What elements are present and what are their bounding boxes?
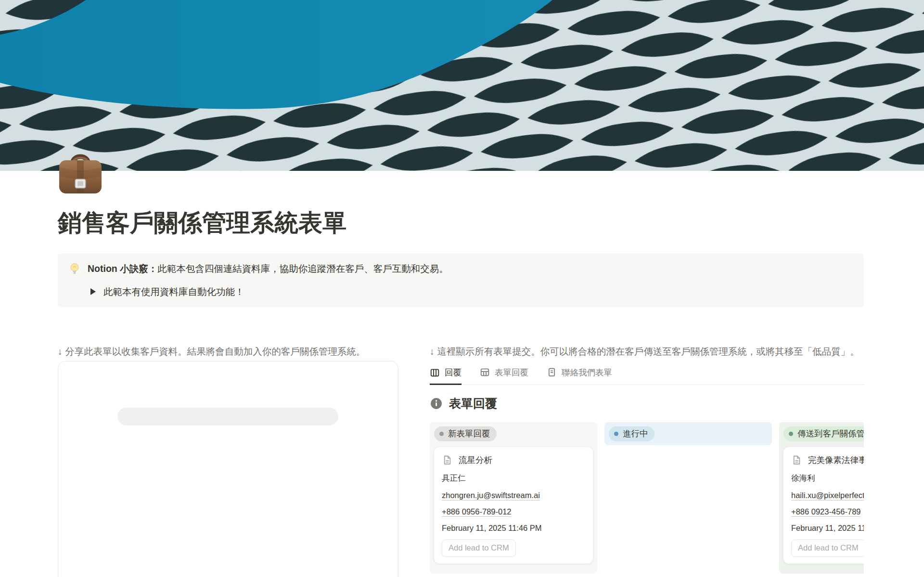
- cover-image: [0, 0, 924, 171]
- status-pill-sent-to-crm[interactable]: 傳送到客戶關係管理: [783, 426, 864, 441]
- tab-label: 表單回覆: [495, 367, 528, 378]
- table-view-icon: [480, 367, 490, 377]
- status-label: 傳送到客戶關係管理: [797, 428, 864, 439]
- card-title: 流星分析: [459, 454, 492, 466]
- card-submitted-date: February 11, 2025 11:46 PM: [442, 524, 585, 533]
- responses-board: 新表單回覆 流星分析 具正仁 zhongren.ju@swiftstream.a…: [430, 422, 864, 574]
- tab-responses-board[interactable]: 回覆: [430, 367, 462, 385]
- status-label: 進行中: [623, 428, 648, 439]
- tab-label: 聯絡我們表單: [562, 367, 612, 378]
- card-contact-name: 具正仁: [442, 473, 585, 484]
- document-icon: [442, 455, 452, 465]
- board-column-sent-to-crm: 傳送到客戶關係管理 完美像素法律事 徐海利 haili.xu@pixelperf…: [779, 422, 864, 574]
- board-view-icon: [430, 368, 440, 378]
- document-icon: [791, 455, 802, 465]
- toggle-label: 此範本有使用資料庫自動化功能！: [103, 285, 244, 298]
- card-email[interactable]: haili.xu@pixelperfect.l: [791, 491, 864, 500]
- board-card-pixelperfect[interactable]: 完美像素法律事 徐海利 haili.xu@pixelperfect.l +886…: [783, 447, 864, 564]
- tab-form-responses-table[interactable]: 表單回覆: [480, 367, 528, 385]
- add-lead-to-crm-button[interactable]: Add lead to CRM: [442, 539, 516, 557]
- board-card-liuxing[interactable]: 流星分析 具正仁 zhongren.ju@swiftstream.ai +886…: [434, 447, 593, 564]
- status-dot-green: [789, 432, 793, 436]
- section-title: 表單回覆: [449, 396, 497, 411]
- database-section-header: 表單回覆: [430, 396, 864, 411]
- callout-text: 此範本包含四個連結資料庫，協助你追蹤潛在客戶、客戶互動和交易。: [157, 263, 449, 274]
- board-column-new-responses: 新表單回覆 流星分析 具正仁 zhongren.ju@swiftstream.a…: [430, 422, 597, 574]
- form-skeleton-bar: [117, 408, 338, 425]
- submissions-column: ↓ 這裡顯示所有表單提交。你可以將合格的潛在客戶傳送至客戶關係管理系統，或將其移…: [430, 345, 864, 574]
- card-title: 完美像素法律事: [808, 454, 864, 466]
- status-dot-blue: [614, 432, 618, 436]
- card-phone[interactable]: +886 0956-789-012: [442, 507, 585, 516]
- callout-text-line: Notion 小訣竅：此範本包含四個連結資料庫，協助你追蹤潛在客戶、客戶互動和交…: [88, 262, 449, 275]
- lightbulb-icon: [68, 262, 81, 278]
- status-pill-in-progress[interactable]: 進行中: [609, 426, 654, 441]
- view-tab-bar: 回覆 表單回覆 聯絡我們表單: [430, 367, 864, 385]
- toggle-triangle-icon: [90, 288, 96, 295]
- page-icon-briefcase[interactable]: [55, 147, 105, 197]
- status-dot-gray: [439, 432, 444, 436]
- embedded-form-preview[interactable]: [58, 361, 398, 577]
- cover-architecture-graphic: [0, 0, 924, 171]
- card-email[interactable]: zhongren.ju@swiftstream.ai: [442, 491, 585, 500]
- content-columns: ↓ 分享此表單以收集客戶資料。結果將會自動加入你的客戶關係管理系統。 ↓ 這裡顯…: [58, 345, 924, 577]
- tab-contact-us-form[interactable]: 聯絡我們表單: [547, 367, 612, 385]
- add-lead-to-crm-button[interactable]: Add lead to CRM: [791, 539, 864, 557]
- board-column-in-progress: 進行中: [604, 422, 772, 445]
- info-circle-icon[interactable]: [430, 397, 443, 410]
- notion-tip-callout: Notion 小訣竅：此範本包含四個連結資料庫，協助你追蹤潛在客戶、客戶互動和交…: [58, 254, 864, 307]
- form-column: ↓ 分享此表單以收集客戶資料。結果將會自動加入你的客戶關係管理系統。: [58, 345, 398, 577]
- briefcase-icon: [55, 147, 105, 197]
- form-share-intro: ↓ 分享此表單以收集客戶資料。結果將會自動加入你的客戶關係管理系統。: [58, 345, 398, 358]
- status-pill-new-responses[interactable]: 新表單回覆: [434, 426, 497, 441]
- tab-label: 回覆: [445, 367, 462, 378]
- card-contact-name: 徐海利: [791, 473, 864, 484]
- card-phone[interactable]: +886 0923-456-789: [791, 507, 864, 516]
- submissions-intro: ↓ 這裡顯示所有表單提交。你可以將合格的潛在客戶傳送至客戶關係管理系統，或將其移…: [430, 345, 864, 358]
- callout-bold-text: Notion 小訣竅：: [88, 263, 157, 274]
- status-label: 新表單回覆: [448, 428, 490, 439]
- page-title: 銷售客戶關係管理系統表單: [58, 209, 924, 237]
- card-submitted-date: February 11, 2025 11:4: [791, 524, 864, 533]
- automation-toggle[interactable]: 此範本有使用資料庫自動化功能！: [90, 285, 853, 298]
- form-page-icon: [547, 367, 557, 377]
